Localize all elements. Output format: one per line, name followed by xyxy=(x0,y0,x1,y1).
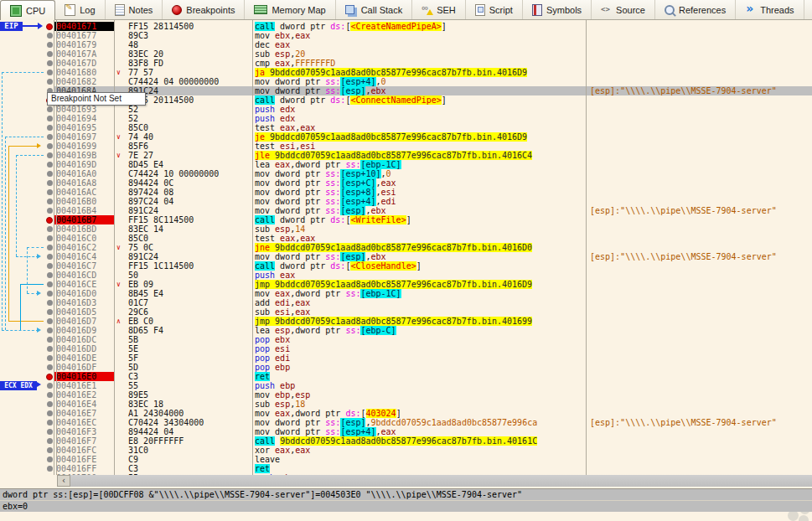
no-breakpoint-dot-icon[interactable] xyxy=(47,125,53,131)
breakpoint-cell[interactable] xyxy=(45,215,54,224)
tab-breakpoints[interactable]: Breakpoints xyxy=(163,0,245,19)
no-breakpoint-dot-icon[interactable] xyxy=(47,281,53,287)
breakpoint-cell[interactable] xyxy=(45,353,54,363)
breakpoint-dot-icon[interactable] xyxy=(46,217,53,224)
no-breakpoint-dot-icon[interactable] xyxy=(47,162,53,168)
disasm-row[interactable]: 004016D301C7add edi,eax xyxy=(0,298,812,307)
no-breakpoint-dot-icon[interactable] xyxy=(47,208,53,214)
disasm-row[interactable]: 00401671FF15 28114500call dword ptr ds:[… xyxy=(0,22,812,31)
no-breakpoint-dot-icon[interactable] xyxy=(47,401,53,407)
no-breakpoint-dot-icon[interactable] xyxy=(47,134,53,140)
breakpoint-cell[interactable] xyxy=(45,326,54,335)
tab-cpu[interactable]: CPU xyxy=(0,0,55,20)
disasm-row[interactable]: 004016D98D65 F4lea esp,dword ptr ss:[ebp… xyxy=(0,326,812,335)
no-breakpoint-dot-icon[interactable] xyxy=(47,309,53,315)
disasm-row[interactable]: 004016C4891C24mov dword ptr ss:[esp],ebx… xyxy=(0,252,812,261)
breakpoint-cell[interactable] xyxy=(45,317,54,326)
breakpoint-cell[interactable] xyxy=(45,188,54,197)
disasm-row[interactable]: 004016F7E8 20FFFFFFcall 9bddcd07059c1aad… xyxy=(0,436,812,446)
no-breakpoint-dot-icon[interactable] xyxy=(47,438,53,444)
disasm-row[interactable]: 0040167948dec eax xyxy=(0,40,812,49)
disasm-row[interactable]: 004016F3894424 04mov dword ptr ss:[esp+4… xyxy=(0,427,812,436)
no-breakpoint-dot-icon[interactable] xyxy=(47,447,53,453)
disasm-row[interactable]: 004016E483EC 18sub esp,18 xyxy=(0,400,812,409)
no-breakpoint-dot-icon[interactable] xyxy=(47,263,53,269)
disasm-row[interactable]: 004016FEC9leave xyxy=(0,455,812,464)
disassembly-pane[interactable]: 00401671FF15 28114500call dword ptr ds:[… xyxy=(0,20,812,475)
disasm-row[interactable]: 0040167D83F8 FDcmp eax,FFFFFFFD xyxy=(0,59,812,68)
breakpoint-cell[interactable] xyxy=(45,335,54,344)
breakpoint-cell[interactable] xyxy=(45,142,54,151)
tab-notes[interactable]: Notes xyxy=(106,0,163,19)
tab-script[interactable]: Script xyxy=(466,0,523,19)
breakpoint-cell[interactable] xyxy=(45,132,54,142)
no-breakpoint-dot-icon[interactable] xyxy=(47,355,53,361)
no-breakpoint-dot-icon[interactable] xyxy=(47,171,53,177)
no-breakpoint-dot-icon[interactable] xyxy=(47,70,53,75)
no-breakpoint-dot-icon[interactable] xyxy=(47,235,53,241)
breakpoint-dot-icon[interactable] xyxy=(46,374,53,380)
no-breakpoint-dot-icon[interactable] xyxy=(47,42,53,48)
disasm-row[interactable]: 004016B0897C24 04mov dword ptr ss:[esp+4… xyxy=(0,197,812,206)
disasm-row[interactable]: 004016FC31C0xor eax,eax xyxy=(0,446,812,455)
disasm-row[interactable]: 004016A8894424 0Cmov dword ptr ss:[esp+C… xyxy=(0,178,812,188)
no-breakpoint-dot-icon[interactable] xyxy=(47,291,53,297)
breakpoint-cell[interactable] xyxy=(45,381,54,390)
no-breakpoint-dot-icon[interactable] xyxy=(47,318,53,324)
disasm-row[interactable]: 004016B4891C24mov dword ptr ss:[esp],ebx… xyxy=(0,206,812,215)
no-breakpoint-dot-icon[interactable] xyxy=(47,254,53,260)
breakpoint-cell[interactable] xyxy=(45,372,54,381)
disasm-row[interactable]: 004016B7FF15 8C114500call dword ptr ds:[… xyxy=(0,215,812,224)
column-separator[interactable] xyxy=(252,20,253,475)
breakpoint-cell[interactable] xyxy=(45,400,54,409)
disasm-row[interactable]: 0040169452push edx xyxy=(0,114,812,123)
breakpoint-cell[interactable] xyxy=(45,280,54,289)
disasm-row[interactable]: 004016C085C0test eax,eax xyxy=(0,234,812,243)
breakpoint-cell[interactable] xyxy=(45,206,54,215)
no-breakpoint-dot-icon[interactable] xyxy=(47,226,53,232)
no-breakpoint-dot-icon[interactable] xyxy=(47,143,53,149)
no-breakpoint-dot-icon[interactable] xyxy=(47,51,53,57)
breakpoint-cell[interactable] xyxy=(45,271,54,280)
no-breakpoint-dot-icon[interactable] xyxy=(47,79,53,85)
breakpoint-cell[interactable] xyxy=(45,31,54,40)
breakpoint-cell[interactable] xyxy=(45,243,54,252)
disasm-row[interactable]: 00401680∨77 57ja 9bddcd07059c1aad8ad0bc8… xyxy=(0,68,812,77)
no-breakpoint-dot-icon[interactable] xyxy=(47,410,53,416)
disasm-row[interactable]: 004016E289E5mov ebp,esp xyxy=(0,390,812,400)
no-breakpoint-dot-icon[interactable] xyxy=(47,180,53,186)
no-breakpoint-dot-icon[interactable] xyxy=(47,33,53,39)
disasm-row[interactable]: 0040169985F6test esi,esi xyxy=(0,142,812,151)
disasm-row[interactable]: 004016D529C6sub esi,eax xyxy=(0,307,812,317)
breakpoint-cell[interactable] xyxy=(45,289,54,298)
breakpoint-cell[interactable] xyxy=(45,234,54,243)
disasm-row[interactable]: 00401682C74424 04 00000000mov dword ptr … xyxy=(0,77,812,86)
disasm-row[interactable]: 004016FFC3ret xyxy=(0,464,812,473)
disasm-row[interactable]: 0040167789C3mov ebx,eax xyxy=(0,31,812,40)
no-breakpoint-dot-icon[interactable] xyxy=(47,60,53,66)
column-separator[interactable] xyxy=(114,20,115,475)
breakpoint-cell[interactable] xyxy=(45,224,54,234)
breakpoint-cell[interactable] xyxy=(45,49,54,59)
breakpoint-cell[interactable] xyxy=(45,151,54,160)
tab-symbols[interactable]: Symbols xyxy=(523,0,592,19)
tab-log[interactable]: Log xyxy=(55,0,105,19)
no-breakpoint-dot-icon[interactable] xyxy=(47,199,53,204)
breakpoint-cell[interactable] xyxy=(45,455,54,464)
breakpoint-cell[interactable] xyxy=(45,59,54,68)
breakpoint-cell[interactable] xyxy=(45,418,54,427)
disasm-row[interactable]: 004016ECC70424 34304000mov dword ptr ss:… xyxy=(0,418,812,427)
breakpoint-cell[interactable] xyxy=(45,114,54,123)
breakpoint-cell[interactable] xyxy=(45,68,54,77)
tab-seh[interactable]: SEH xyxy=(412,0,466,19)
breakpoint-cell[interactable] xyxy=(45,427,54,436)
breakpoint-cell[interactable] xyxy=(45,298,54,307)
disasm-row[interactable]: 004016AC897424 08mov dword ptr ss:[esp+8… xyxy=(0,188,812,197)
scroll-left-button[interactable]: ‹ xyxy=(57,475,70,487)
tab-call-stack[interactable]: Call Stack xyxy=(336,0,413,19)
disasm-row[interactable]: 004016E7A1 24304000mov eax,dword ptr ds:… xyxy=(0,409,812,418)
no-breakpoint-dot-icon[interactable] xyxy=(47,189,53,195)
no-breakpoint-dot-icon[interactable] xyxy=(47,272,53,278)
breakpoint-cell[interactable] xyxy=(45,77,54,86)
disasm-row[interactable]: 004016E155push ebp xyxy=(0,381,812,390)
